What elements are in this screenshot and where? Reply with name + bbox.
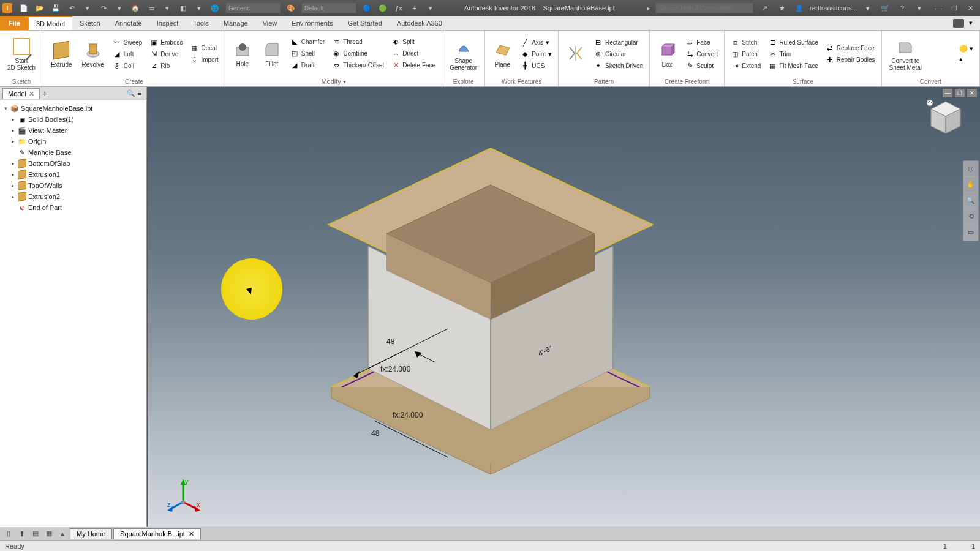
start-2d-sketch-button[interactable]: Start 2D Sketch bbox=[4, 36, 39, 72]
minimize-button[interactable]: — bbox=[931, 2, 946, 13]
viewcube[interactable] bbox=[925, 98, 967, 140]
doc-restore[interactable]: ❐ bbox=[954, 88, 965, 98]
help-dd[interactable]: ▾ bbox=[913, 2, 926, 14]
material-icon[interactable]: ◧ bbox=[176, 2, 190, 14]
exchange-icon[interactable]: 🛒 bbox=[878, 2, 892, 14]
chamfer-button[interactable]: ◣Chamfer bbox=[288, 37, 327, 48]
doc-tab-home[interactable]: My Home bbox=[70, 528, 112, 539]
ucs-button[interactable]: ╋UCS bbox=[518, 60, 554, 71]
revolve-button[interactable]: Revolve bbox=[78, 39, 108, 69]
replace-face-button[interactable]: ⇄Replace Face bbox=[823, 43, 878, 54]
rib-button[interactable]: ⊿Rib bbox=[147, 60, 185, 71]
doc-layout-4-icon[interactable]: ▦ bbox=[43, 528, 55, 539]
trim-button[interactable]: ✂Trim bbox=[766, 48, 820, 59]
user-icon[interactable]: 👤 bbox=[793, 2, 806, 14]
color3-icon[interactable]: 🟢 bbox=[376, 2, 390, 14]
repair-bodies-button[interactable]: ✚Repair Bodies bbox=[823, 54, 878, 66]
thread-button[interactable]: ≋Thread bbox=[330, 37, 386, 48]
decal-button[interactable]: ▦Decal bbox=[187, 43, 221, 54]
file-tab[interactable]: File bbox=[0, 16, 29, 30]
convert-sheet-metal-button[interactable]: Convert to Sheet Metal bbox=[886, 36, 925, 72]
redo-dd-icon[interactable]: ▾ bbox=[113, 2, 126, 14]
derive-button[interactable]: ⇲Derive bbox=[147, 48, 185, 59]
extend-button[interactable]: ⇥Extend bbox=[728, 60, 763, 71]
qat-customize[interactable]: ▾ bbox=[424, 2, 437, 14]
doc-layout-3-icon[interactable]: ▤ bbox=[29, 528, 42, 539]
pan-icon[interactable]: ✋ bbox=[963, 177, 978, 193]
tree-node-extrusion2[interactable]: ▸Extrusion2 bbox=[1, 191, 145, 202]
plane-button[interactable]: Plane bbox=[489, 39, 516, 69]
user-dd[interactable]: ▾ bbox=[861, 2, 875, 14]
highlight-dd-icon[interactable]: 🟡 ▾ bbox=[959, 45, 973, 53]
tab-manage[interactable]: Manage bbox=[216, 16, 255, 30]
hole-button[interactable]: Hole bbox=[229, 39, 256, 69]
tree-node-bottomofslab[interactable]: ▸BottomOfSlab bbox=[1, 158, 145, 169]
stitch-button[interactable]: ⧈Stitch bbox=[728, 37, 763, 48]
tab-tools[interactable]: Tools bbox=[186, 16, 216, 30]
browser-search-icon[interactable]: 🔍 bbox=[127, 89, 135, 97]
help-search-input[interactable] bbox=[655, 2, 753, 13]
signin-arrow-icon[interactable]: ↗ bbox=[758, 2, 772, 14]
direct-button[interactable]: ↔Direct bbox=[389, 48, 438, 59]
emboss-button[interactable]: ▣Emboss bbox=[147, 37, 185, 48]
face-button[interactable]: ▱Face bbox=[683, 37, 720, 48]
maximize-button[interactable]: ☐ bbox=[947, 2, 962, 13]
material-dropdown[interactable] bbox=[225, 2, 281, 13]
shell-button[interactable]: ◰Shell bbox=[288, 48, 327, 59]
browser-add-tab[interactable]: + bbox=[42, 89, 47, 99]
color-icon[interactable]: 🎨 bbox=[284, 2, 298, 14]
doc-tab-part[interactable]: SquareManholeB...ipt ✕ bbox=[113, 528, 201, 539]
extrude-button[interactable]: Extrude bbox=[47, 39, 75, 69]
rectangular-pattern-button[interactable]: ⊞Rectangular bbox=[592, 37, 646, 48]
plus-icon[interactable]: + bbox=[408, 2, 421, 14]
help-icon[interactable]: ? bbox=[895, 2, 909, 14]
coil-button[interactable]: §Coil bbox=[110, 60, 145, 71]
orbit-icon[interactable]: ⟲ bbox=[963, 209, 978, 225]
sweep-button[interactable]: 〰Sweep bbox=[110, 37, 145, 48]
tab-a360[interactable]: Autodesk A360 bbox=[390, 16, 450, 30]
tab-get-started[interactable]: Get Started bbox=[341, 16, 390, 30]
undo-icon[interactable]: ↶ bbox=[65, 2, 78, 14]
tab-sketch[interactable]: Sketch bbox=[72, 16, 108, 30]
tree-node-origin[interactable]: ▸📁Origin bbox=[1, 136, 145, 147]
save-icon[interactable]: 💾 bbox=[49, 2, 62, 14]
star-icon[interactable]: ★ bbox=[775, 2, 789, 14]
point-button[interactable]: ◆Point ▾ bbox=[518, 48, 554, 59]
new-icon[interactable]: 📄 bbox=[17, 2, 31, 14]
shape-generator-button[interactable]: Shape Generator bbox=[446, 36, 481, 72]
tree-node-end-of-part[interactable]: ⊘End of Part bbox=[1, 202, 145, 213]
circular-pattern-button[interactable]: ⊚Circular bbox=[592, 48, 646, 59]
tree-node-topofwalls[interactable]: ▸TopOfWalls bbox=[1, 180, 145, 191]
fit-mesh-button[interactable]: ▦Fit Mesh Face bbox=[766, 60, 820, 71]
sculpt-button[interactable]: ✎Sculpt bbox=[683, 60, 720, 71]
color2-icon[interactable]: 🔵 bbox=[360, 2, 374, 14]
undo-dd-icon[interactable]: ▾ bbox=[81, 2, 94, 14]
tab-inspect[interactable]: Inspect bbox=[149, 16, 186, 30]
sketch-driven-button[interactable]: ✦Sketch Driven bbox=[592, 60, 646, 71]
tree-node-solid-bodies[interactable]: ▸▣Solid Bodies(1) bbox=[1, 114, 145, 125]
loft-button[interactable]: ◢Loft bbox=[110, 48, 145, 59]
combine-button[interactable]: ◉Combine bbox=[330, 48, 386, 59]
axis-button[interactable]: ╱Axis ▾ bbox=[518, 37, 554, 48]
redo-icon[interactable]: ↷ bbox=[97, 2, 110, 14]
thicken-button[interactable]: ⇔Thicken/ Offset bbox=[330, 60, 386, 71]
convert-ff-button[interactable]: ⇆Convert bbox=[683, 48, 720, 59]
browser-tab-close[interactable]: ✕ bbox=[29, 90, 34, 98]
zoom-icon[interactable]: 🔍 bbox=[963, 193, 978, 209]
doc-minimize[interactable]: — bbox=[942, 88, 953, 98]
delete-face-button[interactable]: ✕Delete Face bbox=[389, 60, 438, 71]
tree-node-view[interactable]: ▸🎬View: Master bbox=[1, 125, 145, 136]
tab-annotate[interactable]: Annotate bbox=[108, 16, 149, 30]
fx-icon[interactable]: ƒx bbox=[392, 2, 405, 14]
steering-wheel-icon[interactable]: ◎ bbox=[963, 161, 978, 177]
doc-close[interactable]: ✕ bbox=[967, 88, 978, 98]
screencast-icon[interactable]: ▸ bbox=[642, 2, 655, 14]
close-button[interactable]: ✕ bbox=[963, 2, 978, 13]
select-icon[interactable]: ▭ bbox=[145, 2, 158, 14]
box-button[interactable]: Box bbox=[654, 39, 680, 69]
tab-environments[interactable]: Environments bbox=[284, 16, 340, 30]
home-icon[interactable]: 🏠 bbox=[129, 2, 142, 14]
browser-menu-icon[interactable]: ≡ bbox=[138, 89, 141, 97]
ribbon-collapse-icon[interactable]: ▴ bbox=[959, 55, 973, 63]
mirror-button[interactable] bbox=[562, 42, 589, 66]
